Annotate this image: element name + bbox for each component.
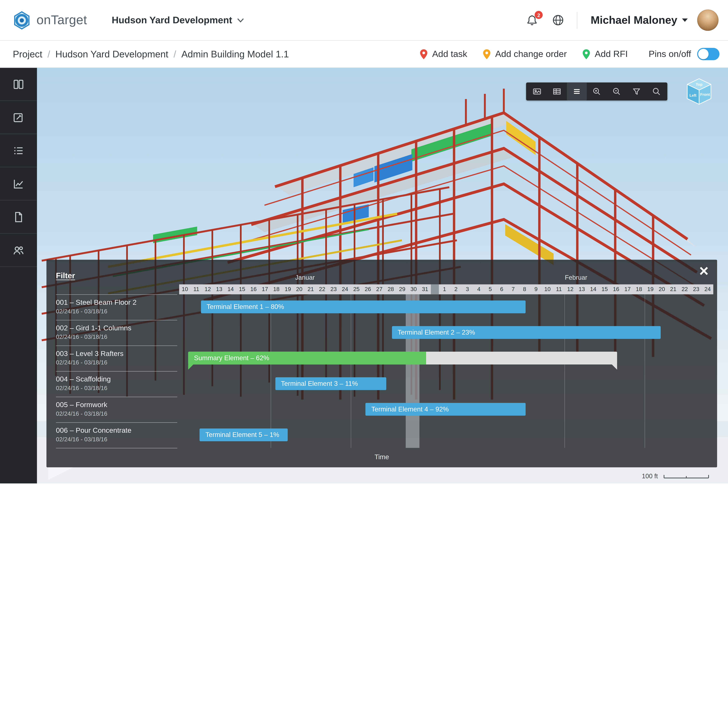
sidebar-item-analytics[interactable] xyxy=(0,167,37,200)
nav-cube[interactable]: Top Left Front xyxy=(685,77,713,109)
chart-icon xyxy=(12,177,25,190)
gantt-bar-terminal[interactable]: Terminal Element 1 – 80% xyxy=(201,300,526,313)
gridline xyxy=(564,294,565,448)
time-axis-label: Time xyxy=(46,453,717,461)
users-icon xyxy=(12,244,25,256)
globe-button[interactable] xyxy=(552,14,564,26)
task-name: 005 – Formwork xyxy=(56,401,177,408)
task-name: 003 – Level 3 Rafters xyxy=(56,349,177,357)
breadcrumb-item[interactable]: Hudson Yard Development xyxy=(55,49,168,60)
day-label: 10 xyxy=(179,284,191,294)
day-label: 20 xyxy=(294,284,305,294)
zoom-in-icon xyxy=(592,87,601,96)
task-dates: 02/24/16 - 03/18/16 xyxy=(56,308,177,315)
list-tool[interactable] xyxy=(567,83,587,101)
sidebar-item-layout[interactable] xyxy=(0,68,37,101)
day-label: 1 xyxy=(439,284,450,294)
breadcrumb-separator: / xyxy=(174,49,176,60)
task-name: 002 – Gird 1-1 Columns xyxy=(56,324,177,332)
sidebar-item-list[interactable] xyxy=(0,134,37,167)
breadcrumb-current: Admin Building Model 1.1 xyxy=(181,49,289,60)
cube-face-left: Left xyxy=(690,93,696,98)
day-label: 5 xyxy=(485,284,496,294)
scale-label: 100 ft xyxy=(642,473,658,480)
day-label: 27 xyxy=(374,284,385,294)
add-change-order-button[interactable]: Add change order xyxy=(482,49,567,60)
scale-ruler xyxy=(664,474,709,479)
notifications-button[interactable]: 2 xyxy=(526,14,538,26)
add-rfi-button[interactable]: Add RFI xyxy=(582,49,628,60)
list-icon xyxy=(572,87,581,96)
day-label: 28 xyxy=(385,284,396,294)
toggle-knob xyxy=(698,49,709,59)
viewport-toolbar xyxy=(526,83,667,101)
day-label: 4 xyxy=(473,284,485,294)
sidebar-item-team[interactable] xyxy=(0,234,37,267)
task-row[interactable]: 003 – Level 3 Rafters02/24/16 - 03/18/16 xyxy=(56,346,177,372)
pins-toggle[interactable] xyxy=(697,48,719,60)
chevron-down-icon xyxy=(237,18,244,23)
gantt-day-strip: 1011121314151617181920212223242526272829… xyxy=(179,284,713,294)
app-logo[interactable]: onTarget xyxy=(12,11,87,29)
sidebar-item-documents[interactable] xyxy=(0,200,37,234)
task-row[interactable]: 006 – Pour Concentrate02/24/16 - 03/18/1… xyxy=(56,423,177,448)
gridline xyxy=(645,294,645,448)
globe-icon xyxy=(552,14,564,26)
task-name: 001 – Steel Beam Floor 2 xyxy=(56,298,177,306)
day-label: 22 xyxy=(317,284,328,294)
document-icon xyxy=(12,211,25,223)
gantt-panel: Filter × JanuarFebruar 10111213141516171… xyxy=(46,260,717,467)
day-label: 12 xyxy=(564,284,576,294)
task-row[interactable]: 004 – Scaffolding02/24/16 - 03/18/16 xyxy=(56,372,177,397)
user-menu[interactable]: Michael Maloney xyxy=(591,14,688,26)
task-row[interactable]: 001 – Steel Beam Floor 202/24/16 - 03/18… xyxy=(56,295,177,320)
header-divider xyxy=(577,12,577,29)
gantt-bar-terminal[interactable]: Terminal Element 2 – 23% xyxy=(392,326,661,339)
day-label: 12 xyxy=(202,284,214,294)
breadcrumb: Project / Hudson Yard Development / Admi… xyxy=(13,49,289,60)
breadcrumb-item[interactable]: Project xyxy=(13,49,42,60)
task-dates: 02/24/16 - 03/18/16 xyxy=(56,334,177,340)
breadcrumb-bar: Project / Hudson Yard Development / Admi… xyxy=(0,41,728,68)
filter-tool[interactable] xyxy=(627,83,647,101)
gantt-bar-summary[interactable]: Summary Element – 62% xyxy=(188,352,617,364)
zoom-out-tool[interactable] xyxy=(607,83,627,101)
gantt-bar-terminal[interactable]: Terminal Element 3 – 11% xyxy=(275,377,386,390)
task-row[interactable]: 005 – Formwork02/24/16 - 03/18/16 xyxy=(56,397,177,423)
list-icon xyxy=(12,144,25,157)
day-label: 20 xyxy=(656,284,668,294)
bar-label: Terminal Element 2 – 23% xyxy=(398,326,475,339)
project-selector[interactable]: Hudson Yard Development xyxy=(112,15,244,26)
table-tool[interactable] xyxy=(547,83,567,101)
gantt-bar-terminal[interactable]: Terminal Element 5 – 1% xyxy=(200,428,288,441)
search-icon xyxy=(652,87,661,96)
task-name: 004 – Scaffolding xyxy=(56,375,177,383)
day-label: 31 xyxy=(419,284,431,294)
day-label: 13 xyxy=(576,284,587,294)
day-label: 15 xyxy=(599,284,610,294)
pins-toggle-label: Pins on/off xyxy=(648,49,691,59)
avatar[interactable] xyxy=(697,9,718,31)
day-label: 24 xyxy=(702,284,713,294)
photo-tool[interactable] xyxy=(527,83,547,101)
layout-icon xyxy=(12,78,25,90)
search-tool[interactable] xyxy=(647,83,667,101)
task-row[interactable]: 002 – Gird 1-1 Columns02/24/16 - 03/18/1… xyxy=(56,320,177,346)
bar-label: Terminal Element 1 – 80% xyxy=(206,300,284,313)
zoom-in-tool[interactable] xyxy=(587,83,607,101)
gantt-bar-terminal[interactable]: Terminal Element 4 – 92% xyxy=(366,402,526,415)
sidebar-item-notes[interactable] xyxy=(0,101,37,134)
add-task-button[interactable]: Add task xyxy=(419,49,467,60)
app-window: onTarget Hudson Yard Development 2 xyxy=(0,0,728,483)
bar-label: Terminal Element 4 – 92% xyxy=(371,402,449,415)
sidebar xyxy=(0,68,37,483)
gantt-chart-area: Terminal Element 1 – 80%Terminal Element… xyxy=(179,294,713,448)
month-label: Februar xyxy=(565,274,587,281)
day-label: 19 xyxy=(282,284,294,294)
day-label: 18 xyxy=(633,284,645,294)
day-label: 9 xyxy=(530,284,542,294)
filter-link[interactable]: Filter xyxy=(56,271,75,280)
app-header: onTarget Hudson Yard Development 2 xyxy=(0,0,728,41)
month-separator xyxy=(431,284,439,294)
day-label: 19 xyxy=(645,284,656,294)
